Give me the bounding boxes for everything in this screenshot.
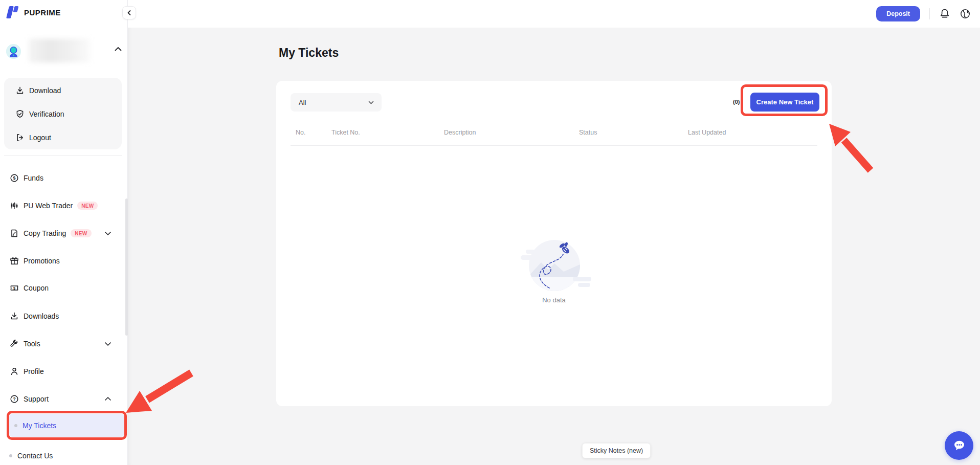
sidebar-item-verification[interactable]: Verification <box>4 102 122 126</box>
column-header-no: No. <box>296 129 305 136</box>
sidebar-item-label: Logout <box>29 134 51 142</box>
bullet-icon <box>9 454 12 457</box>
sidebar-item-tools[interactable]: Tools <box>0 332 127 356</box>
sidebar-item-label: PU Web Trader <box>24 202 73 210</box>
svg-text:?: ? <box>13 396 16 402</box>
sidebar-item-downloads[interactable]: Downloads <box>0 304 127 328</box>
avatar[interactable] <box>6 44 21 59</box>
column-header-status: Status <box>579 129 597 136</box>
no-data-illustration <box>510 232 597 293</box>
copy-doc-icon <box>10 229 19 238</box>
chevron-down-icon[interactable] <box>104 229 112 238</box>
column-header-ticket-no: Ticket No. <box>331 129 360 136</box>
table-header-divider <box>291 145 817 146</box>
sidebar-item-label: Downloads <box>24 312 59 320</box>
topbar-divider <box>929 8 930 19</box>
topbar-actions: Deposit <box>876 0 971 28</box>
globe-icon[interactable] <box>960 8 971 19</box>
sidebar-item-my-tickets[interactable]: My Tickets <box>9 414 124 437</box>
column-header-last-updated: Last Updated <box>688 129 726 136</box>
create-new-ticket-button[interactable]: Create New Ticket <box>750 93 819 112</box>
new-badge: NEW <box>77 202 98 210</box>
no-data-label: No data <box>542 296 566 304</box>
puprime-logo-icon <box>7 6 20 19</box>
ticket-count: (0) <box>733 99 740 105</box>
bell-icon[interactable] <box>939 8 950 19</box>
brand-logo[interactable]: PUPRIME <box>7 6 61 19</box>
sidebar-collapse-button[interactable] <box>122 6 136 19</box>
wrench-icon <box>10 339 19 348</box>
sidebar-item-funds[interactable]: $ Funds <box>0 166 127 190</box>
gift-icon <box>10 256 19 265</box>
chevron-up-icon[interactable] <box>104 394 112 404</box>
sidebar-item-copy-trading[interactable]: Copy Trading NEW <box>0 222 127 245</box>
column-header-description: Description <box>444 129 476 136</box>
sidebar-item-label: My Tickets <box>23 422 56 430</box>
page-title: My Tickets <box>279 46 339 60</box>
sidebar-item-label: Promotions <box>24 257 60 265</box>
page: PUPRIME Download <box>0 0 980 465</box>
sidebar-item-label: Profile <box>24 367 44 375</box>
person-icon <box>10 367 19 376</box>
chevron-down-icon <box>368 99 374 106</box>
brand-name: PUPRIME <box>24 8 61 17</box>
sidebar-item-logout[interactable]: Logout <box>4 126 122 149</box>
chat-bubble-dots-icon <box>952 438 966 453</box>
svg-text:$: $ <box>13 175 15 181</box>
sidebar-item-label: Support <box>24 395 49 403</box>
sidebar-item-label: Funds <box>24 174 43 182</box>
empty-state: No data <box>276 232 832 304</box>
account-menu: Download Verification Logout <box>4 78 122 149</box>
new-badge: NEW <box>71 229 91 237</box>
sidebar-divider <box>4 155 122 156</box>
sidebar: PUPRIME Download <box>0 0 128 465</box>
logout-icon <box>15 133 25 142</box>
sidebar-item-coupon[interactable]: $ Coupon <box>0 276 127 300</box>
dollar-circle-icon: $ <box>10 173 19 183</box>
download-icon <box>15 86 25 95</box>
sidebar-item-download[interactable]: Download <box>4 79 122 102</box>
sidebar-item-label: Contact Us <box>17 452 53 460</box>
chevron-down-icon[interactable] <box>104 339 112 348</box>
sidebar-item-pu-web-trader[interactable]: PU Web Trader NEW <box>0 194 127 217</box>
chevron-left-icon <box>126 10 132 16</box>
sticky-notes-tooltip[interactable]: Sticky Notes (new) <box>582 443 651 458</box>
robot-avatar-icon <box>6 44 21 59</box>
bullet-icon <box>14 424 17 427</box>
tickets-card: All (0) Create New Ticket No. Ticket No.… <box>276 81 832 406</box>
shield-check-icon <box>15 109 25 119</box>
annotation-box-my-tickets: My Tickets <box>7 411 127 440</box>
candlestick-icon <box>10 201 19 210</box>
sidebar-item-label: Verification <box>29 110 64 118</box>
ticket-filter-select[interactable]: All <box>291 93 382 112</box>
user-name-redacted <box>29 39 90 62</box>
sidebar-scrollbar[interactable] <box>125 198 128 336</box>
chevron-up-icon[interactable] <box>115 47 122 51</box>
sidebar-item-label: Copy Trading <box>24 229 66 237</box>
coupon-icon: $ <box>10 283 19 293</box>
chat-button[interactable] <box>945 431 973 460</box>
sidebar-item-contact-us[interactable]: Contact Us <box>9 448 124 463</box>
sidebar-item-label: Download <box>29 86 61 95</box>
download-icon <box>10 312 19 321</box>
sidebar-item-profile[interactable]: Profile <box>0 360 127 383</box>
deposit-button[interactable]: Deposit <box>876 6 920 21</box>
sidebar-item-support[interactable]: ? Support <box>0 387 127 411</box>
sidebar-item-label: Coupon <box>24 284 49 292</box>
sidebar-item-promotions[interactable]: Promotions <box>0 249 127 273</box>
question-circle-icon: ? <box>10 394 19 404</box>
filter-selected-value: All <box>299 99 368 106</box>
sidebar-item-label: Tools <box>24 340 40 348</box>
